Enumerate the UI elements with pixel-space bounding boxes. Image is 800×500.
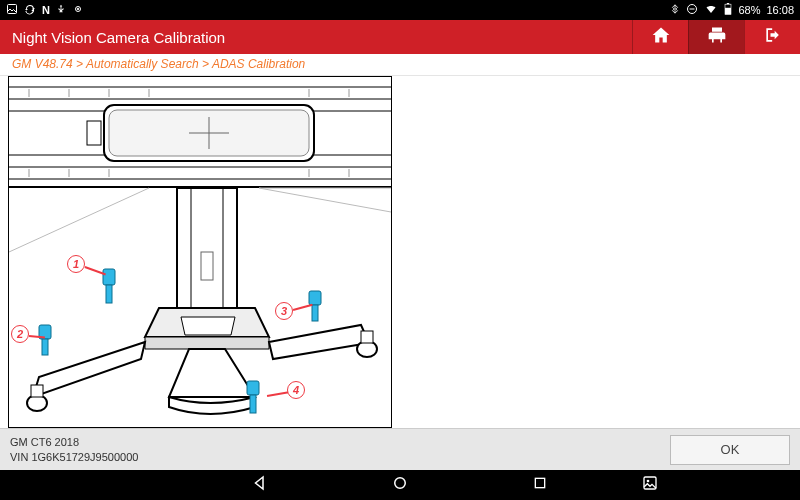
square-recent-icon <box>532 475 548 495</box>
footer-bar: GM CT6 2018 VIN 1G6K51729J9500000 OK <box>0 428 800 470</box>
bluetooth-icon <box>670 3 680 17</box>
nav-recent-button[interactable] <box>520 470 560 500</box>
callout-2: 2 <box>11 325 29 343</box>
wifi-icon <box>704 3 718 17</box>
svg-rect-59 <box>535 478 544 487</box>
vehicle-info: GM CT6 2018 VIN 1G6K51729J9500000 <box>10 435 670 464</box>
svg-rect-50 <box>103 269 115 285</box>
print-icon <box>707 25 727 49</box>
nav-home-button[interactable] <box>380 470 420 500</box>
status-left: N <box>6 3 84 17</box>
circle-home-icon <box>391 474 409 496</box>
home-button[interactable] <box>632 20 688 54</box>
vehicle-model: GM CT6 2018 <box>10 435 670 449</box>
svg-rect-39 <box>201 252 213 280</box>
svg-rect-56 <box>247 381 259 395</box>
svg-point-61 <box>647 480 650 483</box>
status-right: 68% 16:08 <box>670 3 794 17</box>
svg-marker-41 <box>145 337 269 349</box>
dnd-icon <box>686 3 698 17</box>
svg-marker-45 <box>181 317 235 335</box>
svg-rect-49 <box>361 331 373 343</box>
n-icon: N <box>42 4 50 16</box>
svg-rect-57 <box>250 395 256 413</box>
battery-icon <box>724 3 732 17</box>
callout-3: 3 <box>275 302 293 320</box>
sync-icon <box>24 3 36 17</box>
breadcrumb-text: GM V48.74 > Automatically Search > ADAS … <box>12 57 305 71</box>
svg-rect-53 <box>42 339 48 355</box>
svg-point-58 <box>395 478 406 489</box>
svg-rect-54 <box>309 291 321 305</box>
svg-rect-47 <box>31 385 43 397</box>
callout-4: 4 <box>287 381 305 399</box>
exit-button[interactable] <box>744 20 800 54</box>
callout-1: 1 <box>67 255 85 273</box>
svg-rect-6 <box>727 3 729 4</box>
breadcrumb: GM V48.74 > Automatically Search > ADAS … <box>0 54 800 76</box>
calibration-diagram: 1 2 3 4 <box>8 76 392 428</box>
svg-rect-30 <box>87 121 101 145</box>
vehicle-vin: VIN 1G6K51729J9500000 <box>10 450 670 464</box>
usb-icon <box>56 3 66 17</box>
svg-rect-7 <box>725 8 731 15</box>
nav-back-button[interactable] <box>240 470 280 500</box>
page-title: Night Vision Camera Calibration <box>0 29 632 46</box>
svg-rect-36 <box>177 188 237 308</box>
svg-rect-0 <box>8 5 17 14</box>
equipment-illustration <box>9 77 391 427</box>
content-area: 1 2 3 4 <box>0 76 800 428</box>
image-small-icon <box>642 475 658 495</box>
android-nav-bar <box>0 470 800 500</box>
battery-percent: 68% <box>738 4 760 16</box>
svg-point-2 <box>77 8 79 10</box>
clock: 16:08 <box>766 4 794 16</box>
home-icon <box>651 25 671 49</box>
android-status-bar: N 68% 16:08 <box>0 0 800 20</box>
svg-rect-51 <box>106 285 112 303</box>
app-header: Night Vision Camera Calibration <box>0 20 800 54</box>
back-icon <box>251 474 269 496</box>
nav-screenshot-button[interactable] <box>630 470 670 500</box>
target-icon <box>72 3 84 17</box>
ok-button[interactable]: OK <box>670 435 790 465</box>
exit-icon <box>763 25 783 49</box>
svg-rect-55 <box>312 305 318 321</box>
print-button[interactable] <box>688 20 744 54</box>
image-icon <box>6 3 18 17</box>
